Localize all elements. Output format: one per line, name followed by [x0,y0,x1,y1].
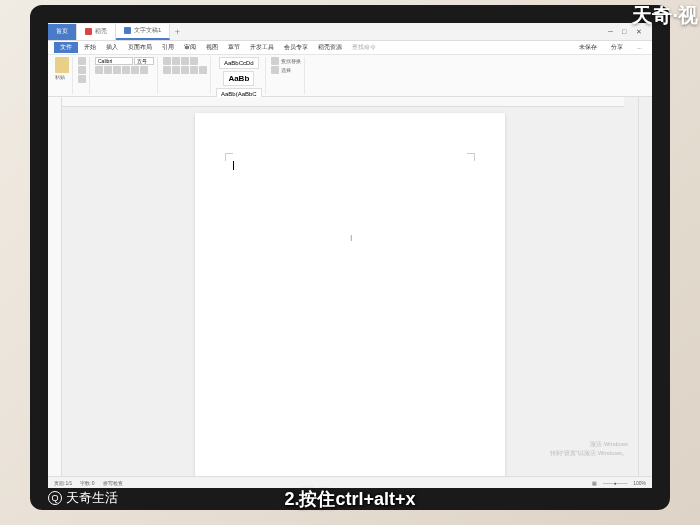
watermark-top-right: 天奇·视 [632,2,698,29]
menu-view[interactable]: 视图 [202,43,222,52]
menu-ref[interactable]: 引用 [158,43,178,52]
search-commands[interactable]: 查找命令 [348,43,380,52]
more-button[interactable]: ··· [633,45,646,51]
align-left-icon[interactable] [163,66,171,74]
menu-review[interactable]: 审阅 [180,43,200,52]
ruler-horizontal [62,97,624,107]
window-titlebar: 首页 稻壳 文字文稿1 + ─ □ ✕ [48,23,652,41]
monitor-frame: 首页 稻壳 文字文稿1 + ─ □ ✕ 文件 开始 插入 页面布局 引用 审阅 … [30,5,670,510]
screen: 首页 稻壳 文字文稿1 + ─ □ ✕ 文件 开始 插入 页面布局 引用 审阅 … [48,23,652,488]
menu-bar: 文件 开始 插入 页面布局 引用 审阅 视图 章节 开发工具 会员专享 稻壳资源… [48,41,652,55]
menu-start[interactable]: 开始 [80,43,100,52]
zoom-slider[interactable]: ───●─── [603,480,627,486]
format-painter-icon[interactable] [78,75,86,83]
scrollbar-vertical[interactable] [638,97,652,476]
status-words[interactable]: 字数:0 [80,480,94,486]
text-cursor [233,161,234,170]
indent-inc-icon[interactable] [190,57,198,65]
style-normal[interactable]: AaBbCcDd [219,57,259,69]
font-size-select[interactable]: 五号 [134,57,154,65]
cut-icon[interactable] [78,57,86,65]
copy-icon[interactable] [78,66,86,74]
strike-icon[interactable] [122,66,130,74]
tab-doc2[interactable]: 文字文稿1 [116,24,170,40]
watermark-bottom-left: Q 天奇生活 [48,489,118,507]
tab-doc1[interactable]: 稻壳 [77,24,116,40]
style-h1[interactable]: AaBb [223,71,254,86]
menu-layout[interactable]: 页面布局 [124,43,156,52]
tab-home[interactable]: 首页 [48,24,77,40]
menu-file[interactable]: 文件 [54,42,78,53]
indent-dec-icon[interactable] [181,57,189,65]
doc-icon [85,28,92,35]
ribbon-toolbar: 粘贴 Calibri 五号 [48,55,652,97]
margin-corner [225,153,233,161]
ibeam-cursor-icon: I [350,233,353,243]
page[interactable]: I [195,113,505,476]
menu-insert[interactable]: 插入 [102,43,122,52]
highlight-icon[interactable] [140,66,148,74]
align-right-icon[interactable] [181,66,189,74]
document-area[interactable]: I 激活 Windows 转到"设置"以激活 Windows。 [62,97,638,476]
menu-section[interactable]: 章节 [224,43,244,52]
caption-subtitle: 2.按住ctrl+alt+x [284,487,415,511]
line-spacing-icon[interactable] [199,66,207,74]
new-tab-button[interactable]: + [170,27,184,37]
numbering-icon[interactable] [172,57,180,65]
view-mode-icon[interactable]: ▦ [592,480,597,486]
ruler-vertical [48,97,62,476]
minimize-icon[interactable]: ─ [608,28,616,36]
underline-icon[interactable] [113,66,121,74]
find-icon[interactable] [271,57,279,65]
font-color-icon[interactable] [131,66,139,74]
windows-activation-watermark: 激活 Windows 转到"设置"以激活 Windows。 [550,440,628,458]
font-name-select[interactable]: Calibri [95,57,133,65]
logo-icon: Q [48,491,62,505]
bullets-icon[interactable] [163,57,171,65]
doc-icon [124,27,131,34]
paste-label: 粘贴 [55,74,69,80]
margin-corner [467,153,475,161]
workspace: I 激活 Windows 转到"设置"以激活 Windows。 [48,97,652,476]
align-center-icon[interactable] [172,66,180,74]
status-page[interactable]: 页面:1/1 [54,480,72,486]
menu-dev[interactable]: 开发工具 [246,43,278,52]
align-justify-icon[interactable] [190,66,198,74]
select-icon[interactable] [271,66,279,74]
status-spell[interactable]: 拼写检查 [103,480,123,486]
menu-vip[interactable]: 会员专享 [280,43,312,52]
paste-icon[interactable] [55,57,69,73]
bold-icon[interactable] [95,66,103,74]
italic-icon[interactable] [104,66,112,74]
menu-res[interactable]: 稻壳资源 [314,43,346,52]
zoom-level[interactable]: 100% [633,480,646,486]
share-button[interactable]: 分享 [607,43,627,52]
unsaved-indicator[interactable]: 未保存 [575,43,601,52]
maximize-icon[interactable]: □ [622,28,630,36]
